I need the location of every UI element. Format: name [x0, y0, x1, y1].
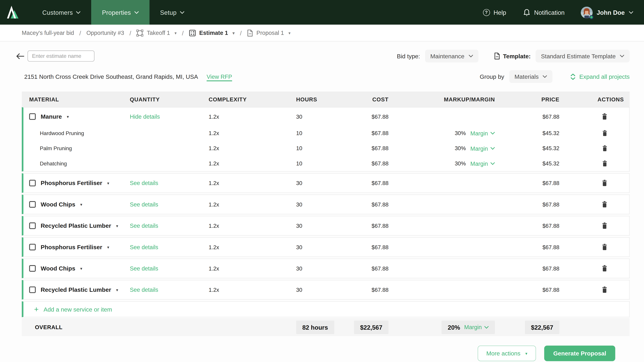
price-value: $67.88: [495, 244, 559, 250]
row-checkbox[interactable]: [29, 180, 36, 186]
trash-icon: [601, 222, 608, 229]
complexity-value: 1.2x: [209, 265, 296, 272]
trash-icon: [601, 265, 608, 272]
material-card: Wood Chips ▾ See details 1.2x 30 $67.88 …: [22, 195, 630, 214]
see-details-link[interactable]: See details: [130, 201, 158, 208]
caret-down-icon[interactable]: ▾: [80, 266, 82, 271]
row-checkbox[interactable]: [29, 244, 36, 250]
complexity-value: 1.2x: [209, 287, 296, 293]
cost-value: $67.88: [346, 130, 388, 136]
breadcrumb-takeoff[interactable]: Takeoff 1 ▾: [136, 29, 176, 36]
header-material: MATERIAL: [24, 96, 130, 102]
header-hours: HOURS: [296, 96, 346, 102]
breadcrumb-proposal[interactable]: Proposal 1 ▾: [247, 29, 291, 36]
property-address: 2151 North Cross Creek Drive Southeast, …: [24, 73, 198, 80]
trash-icon: [601, 113, 608, 120]
price-value: $45.32: [495, 130, 559, 136]
breadcrumb-separator: /: [182, 29, 184, 36]
table-row: Manure ▾ Hide details 1.2x 30 $67.88 $67…: [24, 108, 629, 126]
breadcrumb-opportunity[interactable]: Opportunity #3: [86, 29, 124, 36]
complexity-value: 1.2x: [209, 180, 296, 186]
add-service-button[interactable]: + Add a new service or item: [34, 305, 112, 313]
online-status-dot: [589, 15, 593, 19]
cost-value: $67.88: [346, 244, 388, 250]
hours-value: 10: [296, 130, 346, 136]
delete-row-button[interactable]: [601, 286, 608, 294]
caret-down-icon[interactable]: ▾: [232, 30, 234, 35]
margin-type-select[interactable]: Margin: [470, 145, 495, 152]
view-rfp-link[interactable]: View RFP: [206, 73, 232, 80]
material-name: Wood Chips: [40, 201, 75, 208]
price-value: $67.88: [495, 223, 559, 229]
nav-right: ? Help Notification: [474, 0, 644, 25]
more-actions-button[interactable]: More actions ▾: [478, 346, 536, 361]
trash-icon: [601, 286, 608, 294]
add-service-card: + Add a new service or item: [22, 301, 630, 318]
margin-type-select[interactable]: Margin: [470, 130, 495, 136]
delete-row-button[interactable]: [601, 113, 608, 120]
user-menu[interactable]: John Doe: [573, 6, 633, 18]
row-checkbox[interactable]: [29, 265, 36, 272]
nav-item-setup[interactable]: Setup: [150, 0, 195, 25]
see-details-link[interactable]: See details: [130, 180, 158, 186]
see-details-link[interactable]: See details: [130, 222, 158, 229]
bid-type-select[interactable]: Maintenance: [425, 50, 478, 62]
row-checkbox[interactable]: [29, 222, 36, 229]
caret-down-icon[interactable]: ▾: [174, 30, 176, 35]
app-logo[interactable]: [0, 0, 32, 25]
caret-down-icon[interactable]: ▾: [116, 223, 118, 228]
header-cost: COST: [346, 96, 388, 102]
cost-value: $67.88: [346, 113, 388, 120]
breadcrumb-bid[interactable]: Macey's full-year bid: [22, 29, 74, 36]
trash-icon: [601, 201, 608, 208]
help-button[interactable]: ? Help: [474, 9, 515, 16]
markup-value: 30%: [455, 161, 466, 167]
delete-row-button[interactable]: [602, 145, 608, 152]
see-details-link[interactable]: See details: [130, 244, 158, 250]
caret-down-icon[interactable]: ▾: [107, 245, 109, 249]
see-details-link[interactable]: See details: [130, 265, 158, 272]
caret-down-icon[interactable]: ▾: [107, 181, 109, 185]
row-checkbox[interactable]: [29, 201, 36, 208]
delete-row-button[interactable]: [601, 179, 608, 187]
hide-details-link[interactable]: Hide details: [130, 113, 160, 120]
delete-row-button[interactable]: [601, 201, 608, 208]
breadcrumb-separator: /: [240, 29, 242, 36]
top-nav: Customers Properties Setup ? Help Notifi…: [0, 0, 644, 25]
header-complexity: COMPLEXITY: [209, 96, 296, 102]
delete-row-button[interactable]: [602, 160, 608, 167]
overall-markup-value: 20%: [448, 324, 460, 331]
bid-type-label: Bid type:: [397, 53, 420, 59]
delete-row-button[interactable]: [601, 265, 608, 272]
breadcrumb-label: Proposal 1: [256, 29, 284, 36]
hours-value: 10: [296, 161, 346, 167]
row-checkbox[interactable]: [29, 113, 36, 120]
margin-type-select[interactable]: Margin: [470, 160, 495, 167]
trash-icon: [602, 130, 608, 137]
caret-down-icon[interactable]: ▾: [116, 288, 118, 292]
breadcrumb-estimate[interactable]: Estimate 1 ▾: [189, 29, 234, 36]
add-service-label: Add a new service or item: [44, 306, 112, 313]
overall-margin-type-select[interactable]: Margin: [464, 324, 489, 330]
caret-down-icon[interactable]: ▾: [288, 30, 290, 35]
margin-type-value: Margin: [470, 160, 488, 167]
generate-proposal-button[interactable]: Generate Proposal: [544, 346, 615, 361]
see-details-link[interactable]: See details: [130, 286, 158, 293]
nav-item-properties[interactable]: Properties: [91, 0, 149, 25]
back-button[interactable]: [16, 53, 25, 59]
row-checkbox[interactable]: [29, 286, 36, 293]
estimate-name-input[interactable]: [28, 50, 94, 61]
material-name: Phosphorus Fertiliser: [40, 244, 102, 250]
caret-down-icon[interactable]: ▾: [67, 114, 69, 119]
delete-row-button[interactable]: [602, 130, 608, 137]
nav-item-customers[interactable]: Customers: [32, 0, 92, 25]
delete-row-button[interactable]: [601, 222, 608, 229]
delete-row-button[interactable]: [601, 243, 608, 251]
caret-down-icon: ▾: [525, 351, 527, 356]
notification-button[interactable]: Notification: [515, 8, 573, 16]
caret-down-icon[interactable]: ▾: [80, 202, 82, 207]
expand-all-projects-link[interactable]: Expand all projects: [571, 73, 630, 80]
group-by-select[interactable]: Materials: [509, 70, 552, 83]
template-select[interactable]: Standard Estimate Template: [536, 50, 630, 62]
material-name: Recycled Plastic Lumber: [40, 222, 111, 229]
